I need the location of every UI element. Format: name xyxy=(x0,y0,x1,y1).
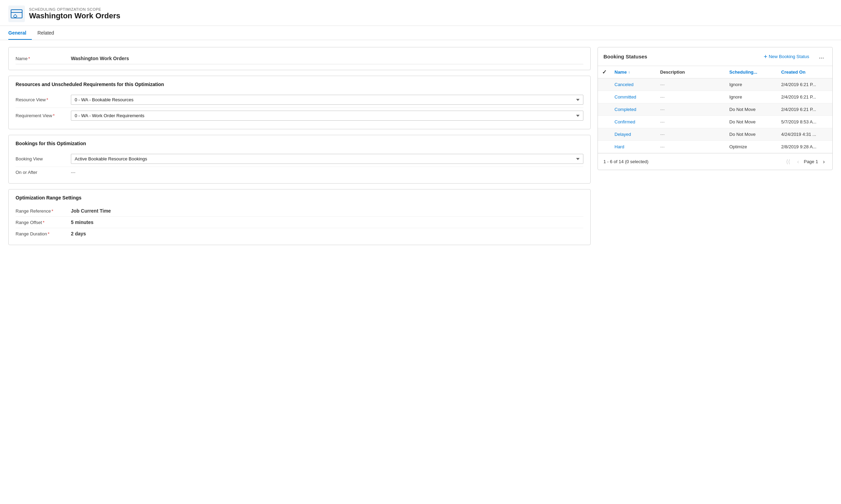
requirement-view-row: Requirement View* 0 - WA - Work Order Re… xyxy=(16,108,583,123)
plus-icon: + xyxy=(764,54,767,60)
row-description-cell: --- xyxy=(656,116,725,128)
range-offset-value: 5 minutes xyxy=(71,220,583,225)
tab-related[interactable]: Related xyxy=(37,26,59,40)
resources-card: Resources and Unscheduled Requirements f… xyxy=(8,76,591,129)
left-panel: Name* Washington Work Orders Resources a… xyxy=(8,47,591,245)
resources-card-title: Resources and Unscheduled Requirements f… xyxy=(16,82,583,87)
row-created-on-cell: 4/24/2019 4:31 ... xyxy=(777,128,832,140)
row-description-cell: --- xyxy=(656,128,725,140)
header-title: Washington Work Orders xyxy=(29,11,120,20)
row-name-cell[interactable]: Confirmed xyxy=(610,116,656,128)
range-duration-row: Range Duration* 2 days xyxy=(16,228,583,239)
col-name-label: Name xyxy=(614,69,627,75)
sort-icon-name: ↑ xyxy=(628,70,630,74)
row-scheduling-cell: Ignore xyxy=(725,78,777,91)
row-check-cell xyxy=(598,116,610,128)
tab-general[interactable]: General xyxy=(8,26,32,40)
name-required-star: * xyxy=(28,56,30,61)
col-scheduling-label: Scheduling... xyxy=(729,69,757,75)
booking-view-label: Booking View xyxy=(16,156,71,161)
table-row: Canceled --- Ignore 2/4/2019 6:21 P... xyxy=(598,78,832,91)
range-reference-label: Range Reference* xyxy=(16,208,71,214)
page-number-label: Page 1 xyxy=(804,159,818,164)
row-count-label: 1 - 6 of 14 (0 selected) xyxy=(603,159,648,164)
col-header-check: ✓ xyxy=(598,66,610,78)
row-check-cell xyxy=(598,141,610,153)
range-reference-value: Job Current Time xyxy=(71,208,583,214)
name-row: Name* Washington Work Orders xyxy=(16,53,583,64)
row-description-cell: --- xyxy=(656,91,725,103)
more-options-button[interactable]: ... xyxy=(816,52,827,62)
table-row: Committed --- Ignore 2/4/2019 6:21 P... xyxy=(598,91,832,103)
col-created-on-label: Created On xyxy=(781,69,805,75)
col-header-description[interactable]: Description xyxy=(656,66,725,78)
on-or-after-label: On or After xyxy=(16,170,71,175)
first-page-button[interactable]: ⟨⟨ xyxy=(784,157,792,166)
app-icon xyxy=(8,6,25,22)
row-check-cell xyxy=(598,78,610,91)
range-offset-row: Range Offset* 5 minutes xyxy=(16,217,583,228)
resource-view-select[interactable]: 0 - WA - Bookable Resources xyxy=(71,95,583,105)
booking-view-row: Booking View Active Bookable Resource Bo… xyxy=(16,151,583,167)
right-panel: Booking Statuses + New Booking Status ..… xyxy=(598,47,833,245)
booking-header-actions: + New Booking Status ... xyxy=(761,52,827,62)
col-header-scheduling[interactable]: Scheduling... xyxy=(725,66,777,78)
row-name-cell[interactable]: Completed xyxy=(610,103,656,115)
row-name-cell[interactable]: Canceled xyxy=(610,78,656,91)
pagination-controls: ⟨⟨ ‹ Page 1 › xyxy=(784,157,827,166)
table-row: Completed --- Do Not Move 2/4/2019 6:21 … xyxy=(598,103,832,116)
new-booking-label: New Booking Status xyxy=(769,54,809,59)
table-row: Hard --- Optimize 2/8/2019 9:28 A... xyxy=(598,141,832,153)
row-description-cell: --- xyxy=(656,141,725,153)
col-header-name[interactable]: Name ↑ xyxy=(610,66,656,78)
range-duration-value: 2 days xyxy=(71,231,583,236)
table-body: Canceled --- Ignore 2/4/2019 6:21 P... C… xyxy=(598,78,832,153)
row-check-cell xyxy=(598,128,610,140)
resource-view-row: Resource View* 0 - WA - Bookable Resourc… xyxy=(16,92,583,108)
row-created-on-cell: 2/4/2019 6:21 P... xyxy=(777,91,832,103)
row-name-cell[interactable]: Hard xyxy=(610,141,656,153)
header-subtitle: SCHEDULING OPTIMIZATION SCOPE xyxy=(29,7,120,11)
row-created-on-cell: 2/4/2019 6:21 P... xyxy=(777,78,832,91)
row-created-on-cell: 2/8/2019 9:28 A... xyxy=(777,141,832,153)
booking-view-select[interactable]: Active Bookable Resource Bookings xyxy=(71,154,583,164)
bookings-card: Bookings for this Optimization Booking V… xyxy=(8,135,591,184)
row-name-cell[interactable]: Delayed xyxy=(610,128,656,140)
row-created-on-cell: 5/7/2019 8:53 A... xyxy=(777,116,832,128)
main-content: Name* Washington Work Orders Resources a… xyxy=(0,40,841,252)
name-card: Name* Washington Work Orders xyxy=(8,47,591,70)
optimization-card-title: Optimization Range Settings xyxy=(16,195,583,200)
header-text-block: SCHEDULING OPTIMIZATION SCOPE Washington… xyxy=(29,7,120,20)
table-row: Delayed --- Do Not Move 4/24/2019 4:31 .… xyxy=(598,128,832,141)
check-column-icon: ✓ xyxy=(602,69,607,75)
row-scheduling-cell: Do Not Move xyxy=(725,103,777,115)
range-offset-label: Range Offset* xyxy=(16,220,71,225)
name-label: Name* xyxy=(16,56,71,61)
row-check-cell xyxy=(598,91,610,103)
col-header-created-on[interactable]: Created On xyxy=(777,66,832,78)
on-or-after-value: --- xyxy=(71,170,583,175)
row-description-cell: --- xyxy=(656,103,725,115)
row-check-cell xyxy=(598,103,610,115)
next-page-button[interactable]: › xyxy=(821,157,827,166)
row-name-cell[interactable]: Committed xyxy=(610,91,656,103)
new-booking-status-button[interactable]: + New Booking Status xyxy=(761,52,812,61)
on-or-after-row: On or After --- xyxy=(16,167,583,178)
range-duration-label: Range Duration* xyxy=(16,231,71,236)
table-header-row: ✓ Name ↑ Description Scheduling... Creat… xyxy=(598,66,832,78)
resource-view-label: Resource View* xyxy=(16,97,71,102)
range-reference-row: Range Reference* Job Current Time xyxy=(16,205,583,217)
name-value: Washington Work Orders xyxy=(71,56,583,61)
page-header: SCHEDULING OPTIMIZATION SCOPE Washington… xyxy=(0,0,841,26)
booking-statuses-title: Booking Statuses xyxy=(603,54,761,59)
table-row: Confirmed --- Do Not Move 5/7/2019 8:53 … xyxy=(598,116,832,128)
row-description-cell: --- xyxy=(656,78,725,91)
col-description-label: Description xyxy=(660,69,685,75)
row-scheduling-cell: Do Not Move xyxy=(725,128,777,140)
bookings-card-title: Bookings for this Optimization xyxy=(16,141,583,146)
row-created-on-cell: 2/4/2019 6:21 P... xyxy=(777,103,832,115)
optimization-card: Optimization Range Settings Range Refere… xyxy=(8,189,591,245)
prev-page-button[interactable]: ‹ xyxy=(795,157,801,166)
requirement-view-select[interactable]: 0 - WA - Work Order Requirements xyxy=(71,111,583,121)
table-footer: 1 - 6 of 14 (0 selected) ⟨⟨ ‹ Page 1 › xyxy=(598,153,832,170)
